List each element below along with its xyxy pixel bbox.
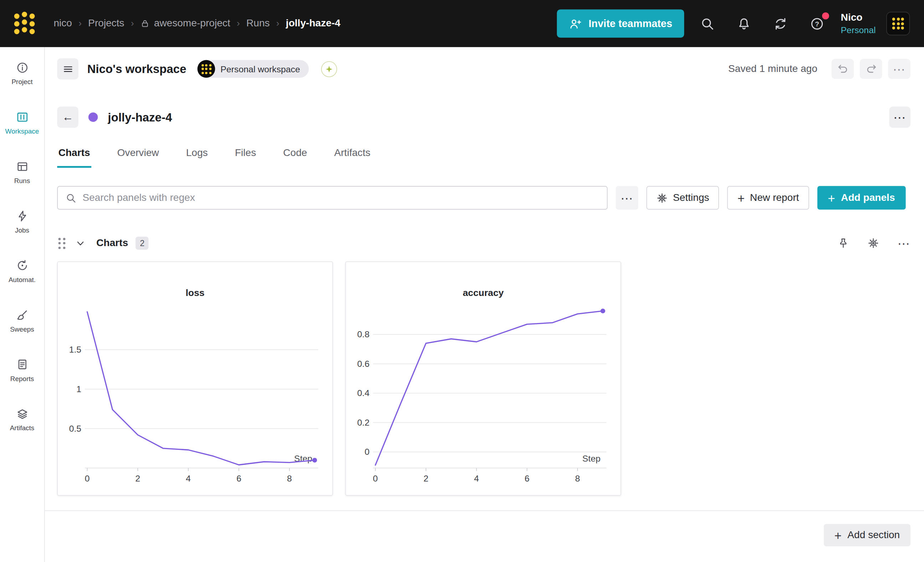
breadcrumb-entity[interactable]: nico <box>54 18 72 30</box>
panel-search <box>57 186 608 209</box>
add-section-button[interactable]: + Add section <box>824 524 910 546</box>
search-button[interactable] <box>695 11 721 37</box>
svg-text:8: 8 <box>575 474 580 483</box>
saved-status: Saved 1 minute ago <box>728 63 818 75</box>
ellipsis-icon: ⋯ <box>893 111 906 124</box>
search-input[interactable] <box>82 192 599 204</box>
chart-panel-loss[interactable]: loss0.511.502468Step <box>57 262 333 496</box>
search-more-button[interactable]: ⋯ <box>616 186 638 209</box>
top-navbar: nico › Projects › awesome-project › Runs… <box>0 0 924 47</box>
workspace-title: Nico's workspace <box>87 62 186 76</box>
settings-label: Settings <box>673 192 710 204</box>
settings-button[interactable]: Settings <box>646 186 719 209</box>
svg-text:8: 8 <box>287 474 292 483</box>
x-axis-label: Step <box>582 454 600 463</box>
sidebar-item-project[interactable]: Project <box>0 61 44 85</box>
breadcrumb-project[interactable]: awesome-project <box>141 18 230 30</box>
footer: + Add section <box>57 511 910 546</box>
sidebar-item-label: Reports <box>10 375 34 382</box>
sidebar-item-label: Sweeps <box>10 326 34 333</box>
refresh-button[interactable] <box>768 11 794 37</box>
sidebar-item-label: Artifacts <box>10 424 34 432</box>
charts-section-header: Charts 2 ⋯ <box>57 235 910 251</box>
sparkle-icon <box>325 64 334 73</box>
svg-text:2: 2 <box>135 474 141 483</box>
avatar[interactable] <box>886 12 910 35</box>
sidebar-item-label: Project <box>11 78 33 85</box>
tab-code[interactable]: Code <box>282 143 308 168</box>
undo-button[interactable] <box>831 59 854 79</box>
broom-icon <box>16 308 28 321</box>
help-button[interactable]: ? <box>804 11 830 37</box>
sidebar-item-runs[interactable]: Runs <box>0 160 44 184</box>
invite-teammates-button[interactable]: Invite teammates <box>557 9 684 37</box>
run-more-button[interactable]: ⋯ <box>889 106 910 128</box>
ellipsis-icon: ⋯ <box>898 237 910 249</box>
ellipsis-icon: ⋯ <box>621 191 633 204</box>
section-settings-button[interactable] <box>867 237 879 249</box>
hamburger-icon <box>62 63 73 75</box>
help-icon: ? <box>810 16 825 31</box>
search-icon <box>65 192 76 203</box>
breadcrumb-runs[interactable]: Runs <box>246 18 270 30</box>
workspace-more-button[interactable]: ⋯ <box>888 59 910 79</box>
workspace-icon <box>16 111 28 124</box>
breadcrumb-projects[interactable]: Projects <box>88 18 124 30</box>
breadcrumb: nico › Projects › awesome-project › Runs… <box>54 18 340 30</box>
section-more-button[interactable]: ⋯ <box>898 237 910 249</box>
workspace-menu-button[interactable] <box>57 58 78 80</box>
tab-charts[interactable]: Charts <box>57 143 91 168</box>
redo-button[interactable] <box>860 59 882 79</box>
run-header: ← jolly-haze-4 ⋯ <box>57 106 910 129</box>
tab-logs[interactable]: Logs <box>185 143 209 168</box>
chart-canvas[interactable]: 00.20.40.60.802468Step <box>346 299 620 493</box>
report-icon <box>16 358 28 371</box>
new-report-label: New report <box>750 192 799 204</box>
left-sidebar: Project Workspace Runs Jobs Automat. Swe… <box>0 47 45 562</box>
sidebar-item-automations[interactable]: Automat. <box>0 259 44 283</box>
refresh-icon <box>773 16 788 31</box>
section-title: Charts <box>96 237 128 249</box>
sidebar-item-artifacts[interactable]: Artifacts <box>0 407 44 432</box>
back-button[interactable]: ← <box>57 106 78 128</box>
chevron-down-icon <box>75 238 85 248</box>
chart-title: loss <box>58 288 332 299</box>
plus-icon: + <box>828 191 835 204</box>
sidebar-item-jobs[interactable]: Jobs <box>0 209 44 234</box>
sparkle-button[interactable] <box>321 61 337 77</box>
svg-text:0: 0 <box>373 474 378 483</box>
chart-canvas[interactable]: 0.511.502468Step <box>58 299 332 493</box>
pin-section-button[interactable] <box>837 237 849 249</box>
lock-icon <box>141 19 150 28</box>
svg-text:4: 4 <box>474 474 479 483</box>
add-panels-button[interactable]: + Add panels <box>818 186 906 209</box>
tab-overview[interactable]: Overview <box>116 143 160 168</box>
drag-handle[interactable] <box>57 236 66 250</box>
notifications-button[interactable] <box>731 11 757 37</box>
info-icon <box>16 61 28 74</box>
layers-icon <box>16 407 28 420</box>
invite-teammates-label: Invite teammates <box>588 18 672 30</box>
breadcrumb-separator: › <box>276 18 279 29</box>
svg-text:1.5: 1.5 <box>69 345 81 354</box>
collapse-section-button[interactable] <box>74 237 86 249</box>
user-menu[interactable]: Nico Personal <box>841 11 876 36</box>
wandb-logo-icon[interactable] <box>14 13 35 34</box>
svg-text:0.6: 0.6 <box>357 359 369 369</box>
run-tabs: Charts Overview Logs Files Code Artifact… <box>57 143 910 168</box>
breadcrumb-run: jolly-haze-4 <box>286 18 340 30</box>
sidebar-item-reports[interactable]: Reports <box>0 358 44 382</box>
lightning-icon <box>16 209 28 222</box>
workspace-badge[interactable]: Personal workspace <box>198 60 309 78</box>
tab-artifacts[interactable]: Artifacts <box>333 143 372 168</box>
sidebar-item-sweeps[interactable]: Sweeps <box>0 308 44 333</box>
breadcrumb-separator: › <box>78 18 82 29</box>
new-report-button[interactable]: + New report <box>728 186 809 209</box>
run-title: jolly-haze-4 <box>108 111 172 124</box>
chart-panel-accuracy[interactable]: accuracy00.20.40.60.802468Step <box>345 262 621 496</box>
avatar-dots-icon <box>892 18 904 30</box>
sidebar-item-workspace[interactable]: Workspace <box>0 111 44 135</box>
notification-dot <box>822 12 829 19</box>
tab-files[interactable]: Files <box>234 143 257 168</box>
person-add-icon <box>568 17 582 30</box>
